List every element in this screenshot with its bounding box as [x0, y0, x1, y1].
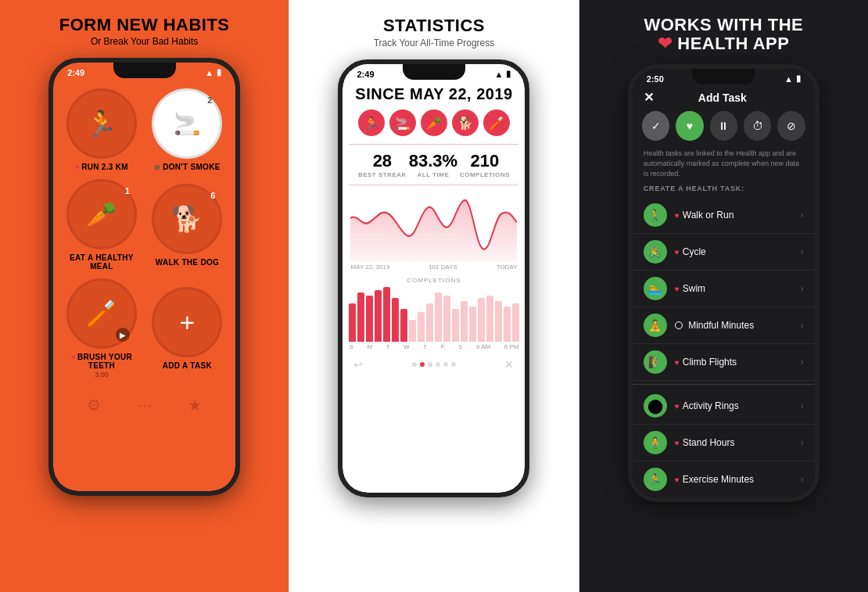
task-mindful[interactable]: 🧘 Mindful Minutes ›	[633, 307, 815, 344]
phone3-status-icons: ▲ ▮	[784, 74, 801, 84]
battery-icon2: ▮	[506, 69, 511, 79]
heart-icon: ♥	[75, 163, 80, 171]
type-btn-timer[interactable]: ⏱	[744, 111, 771, 141]
stat-streak-label: BEST STREAK	[358, 171, 407, 178]
task-stand[interactable]: 🧍 ♥ Stand Hours ›	[633, 425, 815, 461]
bar-4	[375, 290, 382, 343]
habit-no-smoke[interactable]: 🚬 2 ⊘ DON'T SMOKE	[149, 88, 227, 171]
line-chart	[350, 192, 517, 262]
bar-3	[366, 296, 373, 343]
panel1-header: FORM NEW HABITS Or Break Your Bad Habits	[59, 16, 230, 47]
task-list-divider	[633, 384, 815, 385]
phone1-frame: 2:49 ▲ ▮ 🏃 ♥RUN 2.3 KM	[48, 58, 240, 496]
task-swim-icon: 🏊	[644, 277, 667, 300]
dot-1	[412, 362, 417, 367]
phone1-time: 2:49	[67, 68, 84, 77]
habit-dog[interactable]: 🐕 6 WALK THE DOG	[149, 179, 227, 271]
task-climb[interactable]: 🧗 ♥ Climb Flights ›	[633, 344, 815, 381]
dog-count: 6	[210, 191, 215, 200]
stats-numbers: 28 BEST STREAK 83.3% ALL TIME 210 COMPLE…	[349, 144, 518, 185]
panel2-title: STATISTICS	[374, 16, 495, 36]
chevron-exercise: ›	[801, 474, 804, 485]
panel-habits: FORM NEW HABITS Or Break Your Bad Habits…	[0, 0, 289, 592]
task-activity-rings-name: ♥ Activity Rings	[675, 400, 793, 411]
favorites-icon[interactable]: ★	[188, 396, 202, 414]
stats-dog-icon: 🐕	[452, 109, 479, 136]
wifi-icon3: ▲	[784, 74, 793, 84]
bar-12	[443, 296, 450, 343]
bar-1	[349, 303, 356, 342]
stats-run-icon: 🏃	[358, 109, 385, 136]
phone2-time: 2:49	[357, 70, 374, 79]
play-icon: ▶	[120, 331, 126, 339]
settings-icon[interactable]: ⚙	[87, 396, 101, 414]
add-task-title: Add Task	[698, 91, 747, 104]
bar-13	[452, 309, 459, 342]
smoke-icon: 🚬	[174, 111, 201, 137]
task-cycle[interactable]: 🚴 ♥ Cycle ›	[633, 234, 815, 271]
bar-8	[409, 320, 416, 342]
bar-9	[418, 312, 425, 343]
nav-close-btn[interactable]: ✕	[504, 358, 514, 371]
timer-icon: ⏱	[752, 120, 763, 132]
habit-add[interactable]: + ADD A TASK	[149, 278, 227, 379]
task-activity-rings[interactable]: ⬤ ♥ Activity Rings ›	[633, 388, 815, 425]
habit-smoke-label: ⊘ DON'T SMOKE	[154, 163, 221, 171]
habit-teeth-time: 3:00	[95, 371, 109, 379]
apps-icon[interactable]: ⋯	[137, 396, 152, 414]
chart-date-start: MAY 22, 2019	[350, 264, 389, 271]
habit-add-label: ADD A TASK	[163, 361, 212, 370]
task-swim[interactable]: 🏊 ♥ Swim ›	[633, 271, 815, 307]
heart-icon-walk: ♥	[675, 211, 680, 220]
check-icon: ✓	[651, 120, 661, 132]
dot-3	[428, 362, 432, 367]
phone1-bottom-bar: ⚙ ⋯ ★	[53, 388, 235, 422]
bar-14	[461, 301, 468, 343]
habit-run-label: ♥RUN 2.3 KM	[75, 163, 128, 171]
bar-15	[469, 307, 476, 343]
close-button[interactable]: ✕	[644, 90, 654, 105]
stat-completions-label: COMPLETIONS	[460, 171, 510, 178]
time-6pm: 6 PM	[504, 343, 519, 350]
stats-smoke-icon: 🚬	[389, 109, 416, 136]
chevron-stand: ›	[801, 437, 804, 448]
habits-grid: 🏃 ♥RUN 2.3 KM 🚬 2 ⊘ DON'T SMOKE	[53, 82, 235, 385]
phone2-notch	[403, 64, 465, 80]
bar-5	[383, 287, 390, 342]
bar-17	[486, 296, 493, 343]
heart-icon-activity: ♥	[675, 402, 680, 411]
dot-4	[436, 362, 440, 367]
stat-streak: 28 BEST STREAK	[358, 151, 407, 178]
chevron-activity: ›	[801, 400, 804, 411]
task-exercise[interactable]: 🏃 ♥ Exercise Minutes ›	[633, 461, 815, 497]
bar-18	[495, 301, 502, 343]
nav-back-btn[interactable]: ↩	[353, 358, 363, 371]
day-f: F	[441, 343, 445, 350]
bar-19	[504, 307, 511, 343]
pause-icon: ⏸	[718, 120, 729, 132]
health-task-list: 🚶 ♥ Walk or Run › 🚴 ♥ Cycle ›	[633, 197, 815, 497]
habit-meal[interactable]: 🥕 1 EAT A HEALTHY MEAL	[63, 179, 141, 271]
stat-alltime-value: 83.3%	[409, 151, 457, 171]
create-label: CREATE A HEALTH TASK:	[644, 185, 804, 192]
bar-20	[512, 303, 519, 342]
task-mindful-icon: 🧘	[644, 314, 667, 337]
type-btn-health[interactable]: ♥	[676, 111, 703, 141]
task-walk-run[interactable]: 🚶 ♥ Walk or Run ›	[633, 197, 815, 234]
stats-brush-icon: 🪥	[483, 109, 510, 136]
task-exercise-name: ♥ Exercise Minutes	[675, 474, 793, 485]
bar-16	[478, 298, 485, 342]
meal-count: 1	[125, 186, 130, 196]
line-chart-svg	[350, 192, 517, 262]
type-btn-cancel[interactable]: ⊘	[777, 111, 805, 141]
task-climb-icon: 🧗	[644, 350, 667, 374]
habit-run[interactable]: 🏃 ♥RUN 2.3 KM	[63, 88, 141, 171]
phone2-screen: 2:49 ▲ ▮ SINCE MAY 22, 2019 🏃 🚬 🥕 🐕 🪥 28…	[343, 64, 525, 493]
type-btn-pause[interactable]: ⏸	[710, 111, 737, 141]
panel2-subtitle: Track Your All-Time Progress	[374, 38, 495, 48]
add-task-header: ✕ Add Task	[633, 85, 815, 111]
type-btn-check[interactable]: ✓	[642, 111, 669, 141]
phone3-frame: 2:50 ▲ ▮ ✕ Add Task ✓ ♥ ⏸	[628, 64, 820, 502]
phone1-screen: 2:49 ▲ ▮ 🏃 ♥RUN 2.3 KM	[53, 63, 235, 491]
habit-teeth[interactable]: 🪥 ▶ ♥BRUSH YOUR TEETH 3:00	[63, 278, 141, 379]
